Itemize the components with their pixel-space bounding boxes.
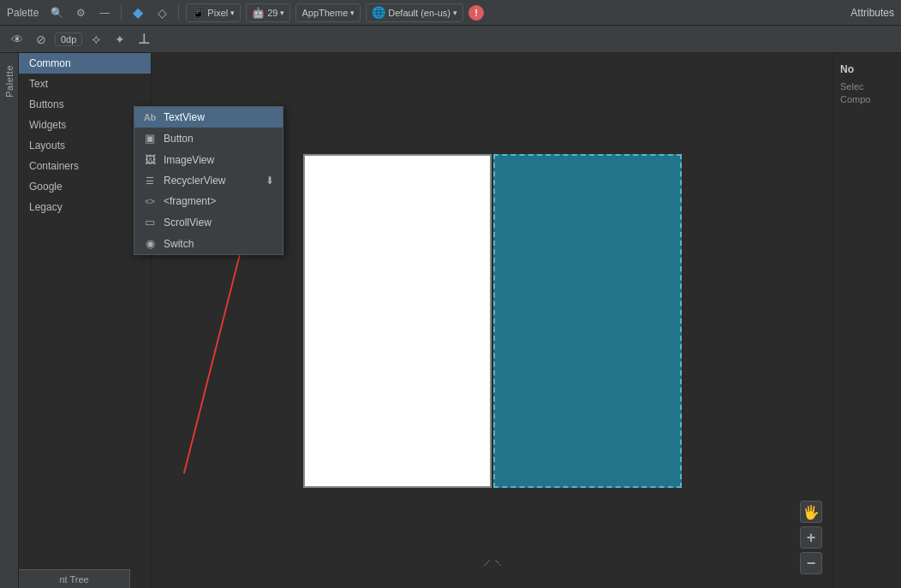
settings-icon[interactable]: ⚙ (71, 3, 90, 22)
zoom-in-btn[interactable]: + (800, 526, 822, 549)
divider-1 (121, 5, 122, 21)
main-content: Palette Common Text Buttons Widgets Layo… (0, 53, 901, 588)
attr-title: No (840, 63, 894, 75)
device-frame-teal (493, 154, 682, 488)
palette-item-google[interactable]: Google (19, 176, 151, 197)
dropdown-item-scrollview[interactable]: ▭ ScrollView (134, 211, 283, 233)
pixel-dropdown[interactable]: 📱 Pixel ▾ (186, 3, 241, 22)
toolbar-row: 👁 ⊘ 0dp ⟡ ✦ ⊥ (0, 26, 901, 53)
palette-item-widgets[interactable]: Widgets (19, 115, 151, 135)
dropdown-item-button[interactable]: ▣ Button (134, 128, 283, 149)
baseline-icon[interactable]: ⊥ (134, 29, 154, 50)
palette-item-text[interactable]: Text (19, 74, 151, 94)
no-devices-icon[interactable]: ⊘ (31, 29, 51, 50)
zoom-out-btn[interactable]: − (800, 552, 822, 574)
device-frame-white (303, 154, 492, 488)
attr-description: Selec Compo (840, 80, 894, 107)
hand-tool-btn[interactable]: 🖐 (800, 501, 822, 523)
magic-wand-icon[interactable]: ✦ (110, 29, 130, 50)
fragment-icon: <> (143, 197, 157, 206)
eye-icon[interactable]: 👁 (7, 29, 27, 50)
component-tree-label: nt Tree (59, 574, 88, 585)
download-icon: ⬇ (266, 175, 274, 187)
apptheme-label: AppTheme (301, 8, 348, 18)
dropdown-item-switch[interactable]: ◉ Switch (134, 233, 283, 254)
divider-2 (178, 5, 179, 21)
palette-side-tab[interactable]: Palette (3, 60, 16, 103)
attributes-panel: No Selec Compo (832, 53, 901, 588)
dropdown-item-button-label: Button (164, 133, 194, 145)
component-tree-tab[interactable]: nt Tree (19, 569, 130, 588)
palette-label: Palette (7, 7, 39, 19)
top-bar: Palette 🔍 ⚙ — ◆ ◇ 📱 Pixel ▾ 🤖 29 ▾ AppTh… (0, 0, 901, 26)
palette-panel: Common Text Buttons Widgets Layouts Cont… (19, 53, 152, 588)
recyclerview-icon: ☰ (143, 175, 157, 187)
imageview-icon: 🖼 (143, 153, 157, 166)
pixel-label: Pixel (207, 8, 228, 18)
textview-icon: Ab (143, 112, 157, 122)
path-icon[interactable]: ⟡ (86, 29, 106, 50)
api-label: 29 (267, 8, 277, 18)
dropdown-item-imageview[interactable]: 🖼 ImageView (134, 149, 283, 170)
dropdown-item-switch-label: Switch (164, 238, 194, 250)
switch-icon: ◉ (143, 237, 157, 250)
error-icon[interactable]: ! (468, 5, 484, 21)
common-dropdown-panel: Ab TextView ▣ Button 🖼 ImageView ☰ Recyc… (134, 106, 283, 255)
side-tab-left: Palette (0, 53, 19, 588)
palette-item-buttons[interactable]: Buttons (19, 94, 151, 115)
design-mode-icon[interactable]: ◆ (128, 3, 147, 22)
palette-item-common[interactable]: Common (19, 53, 151, 74)
palette-item-layouts[interactable]: Layouts (19, 135, 151, 156)
locale-dropdown[interactable]: 🌐 Default (en-us) ▾ (366, 3, 463, 22)
dropdown-item-fragment[interactable]: <> <fragment> (134, 191, 283, 211)
locale-label: Default (en-us) (388, 8, 450, 18)
palette-items-list: Common Text Buttons Widgets Layouts Cont… (19, 53, 151, 588)
scrollview-icon: ▭ (143, 216, 157, 229)
api-dropdown[interactable]: 🤖 29 ▾ (246, 3, 290, 22)
dropdown-item-fragment-label: <fragment> (164, 195, 216, 207)
button-icon: ▣ (143, 132, 157, 145)
dropdown-item-recyclerview-label: RecyclerView (164, 175, 225, 187)
dropdown-item-recyclerview[interactable]: ☰ RecyclerView ⬇ (134, 170, 283, 191)
palette-item-legacy[interactable]: Legacy (19, 197, 151, 217)
search-icon[interactable]: 🔍 (47, 3, 66, 22)
dropdown-item-imageview-label: ImageView (164, 154, 214, 166)
apptheme-dropdown[interactable]: AppTheme ▾ (295, 3, 361, 22)
attributes-btn[interactable]: Attributes (850, 7, 894, 19)
canvas-controls: 🖐 + − (800, 501, 822, 574)
dropdown-item-textview[interactable]: Ab TextView (134, 107, 283, 128)
corner-indicator: ⟋⟍ (481, 556, 504, 569)
dropdown-item-textview-label: TextView (164, 111, 205, 123)
margin-badge[interactable]: 0dp (55, 33, 82, 46)
minimize-icon[interactable]: — (95, 3, 114, 22)
dropdown-item-scrollview-label: ScrollView (164, 217, 212, 229)
palette-item-containers[interactable]: Containers (19, 156, 151, 176)
blueprint-icon[interactable]: ◇ (152, 3, 171, 22)
